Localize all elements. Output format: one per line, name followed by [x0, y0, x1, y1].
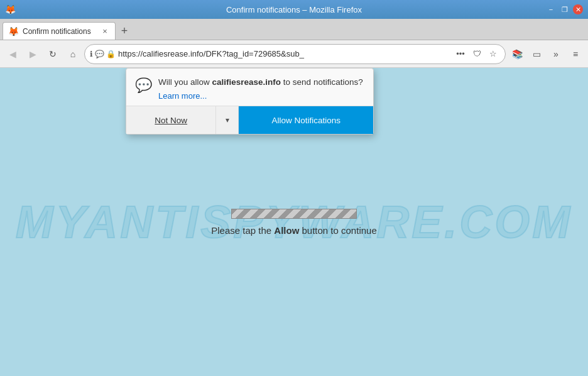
active-tab[interactable]: 🦊 Confirm notifications ×: [3, 22, 116, 40]
minimize-button[interactable]: −: [545, 4, 557, 15]
page-message-before: Please tap the: [211, 225, 274, 236]
popup-site: califiesrease.info: [212, 77, 281, 87]
titlebar-controls: − ❐ ✕: [545, 4, 583, 15]
firefox-logo-icon: 🦊: [5, 4, 16, 14]
page-message-after: button to continue: [299, 225, 376, 236]
restore-button[interactable]: ❐: [559, 4, 570, 15]
page-message-bold: Allow: [274, 225, 299, 236]
titlebar: 🦊 Confirm notifications – Mozilla Firefo…: [0, 0, 588, 19]
popup-header: 💬 Will you allow califiesrease.info to s…: [126, 69, 373, 106]
popup-actions: Not Now ▾ Allow Notifications: [126, 106, 373, 134]
popup-content: Will you allow califiesrease.info to sen…: [158, 76, 363, 101]
sidebar-button[interactable]: ▭: [528, 45, 545, 63]
page-message: Please tap the Allow button to continue: [211, 225, 377, 236]
tab-close-button[interactable]: ×: [100, 26, 110, 36]
popup-chat-icon: 💬: [135, 77, 152, 94]
notification-icon: 💬: [95, 50, 104, 58]
navbar: ◀ ▶ ↻ ⌂ ℹ 💬 🔒 ••• 🛡 ☆ 📚 ▭ » ≡: [0, 40, 588, 68]
dropdown-button[interactable]: ▾: [216, 106, 239, 134]
popup-message: Will you allow califiesrease.info to sen…: [158, 76, 363, 89]
navbar-right: 📚 ▭ » ≡: [508, 45, 584, 63]
address-input[interactable]: [118, 49, 451, 58]
notification-popup: 💬 Will you allow califiesrease.info to s…: [126, 68, 374, 135]
titlebar-left: 🦊: [5, 4, 16, 14]
back-button[interactable]: ◀: [4, 45, 21, 63]
learn-more-link[interactable]: Learn more...: [158, 91, 363, 101]
browser-content: MYANTISPYWARE.COM Please tap the Allow b…: [0, 68, 588, 376]
progress-bar: [231, 209, 357, 219]
home-button[interactable]: ⌂: [64, 45, 82, 63]
titlebar-title: Confirm notifications – Mozilla Firefox: [0, 5, 588, 14]
forward-button[interactable]: ▶: [24, 45, 41, 63]
tab-label: Confirm notifications: [23, 27, 96, 36]
allow-notifications-button[interactable]: Allow Notifications: [239, 106, 373, 134]
menu-button[interactable]: ≡: [567, 45, 584, 63]
address-icons: ℹ 💬 🔒: [90, 50, 116, 58]
shield-button[interactable]: 🛡: [470, 47, 484, 61]
popup-message-before: Will you allow: [158, 77, 212, 87]
popup-message-after: to send notifications?: [281, 77, 363, 87]
close-button[interactable]: ✕: [573, 4, 583, 14]
more-options-button[interactable]: •••: [454, 47, 467, 61]
tabbar: 🦊 Confirm notifications × +: [0, 19, 588, 40]
lock-icon: 🔒: [106, 50, 116, 58]
more-tools-button[interactable]: »: [547, 45, 565, 63]
library-button[interactable]: 📚: [508, 45, 526, 63]
new-tab-button[interactable]: +: [116, 22, 133, 40]
tab-favicon-icon: 🦊: [8, 26, 19, 36]
address-actions: ••• 🛡 ☆: [454, 47, 500, 61]
info-icon: ℹ: [90, 50, 93, 58]
address-bar[interactable]: ℹ 💬 🔒 ••• 🛡 ☆: [84, 44, 506, 64]
bookmark-button[interactable]: ☆: [486, 47, 500, 61]
not-now-button[interactable]: Not Now: [126, 106, 216, 134]
reload-button[interactable]: ↻: [44, 45, 62, 63]
